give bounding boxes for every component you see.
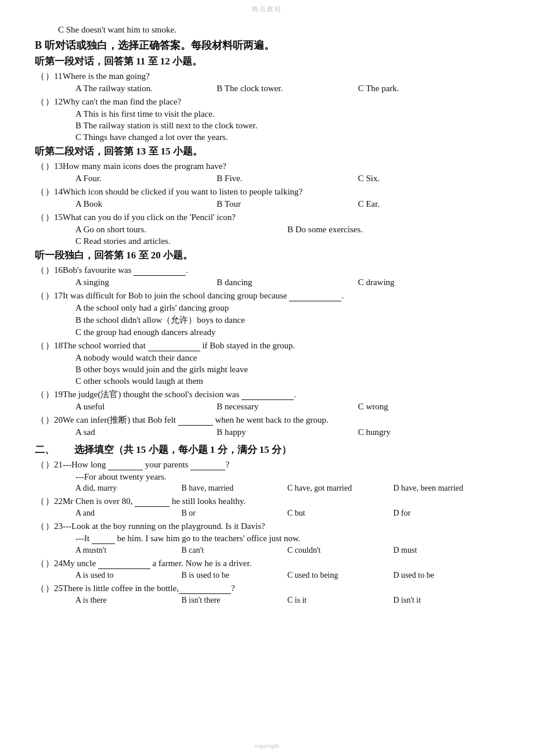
- q15-opt-b: B Do some exercises.: [287, 225, 499, 235]
- q17-opt-c: C the group had enough dancers already: [35, 327, 499, 337]
- q15-opt-ab: A Go on short tours. B Do some exercises…: [35, 225, 499, 235]
- q24-num: ）24: [45, 558, 63, 569]
- q11-paren: （: [35, 71, 45, 82]
- monologue-header: 听一段独白，回答第 16 至 20 小题。: [35, 249, 499, 262]
- q25-num: ）25: [45, 583, 63, 594]
- q23-opt-b: B can't: [182, 546, 288, 555]
- q25-opt-d: D isn't it: [394, 596, 500, 605]
- question-17: （ ）17 It was difficult for Bob to join t…: [35, 290, 499, 301]
- q18-opt-b: B other boys would join and the girls mi…: [35, 365, 499, 375]
- q16-paren: （: [35, 265, 45, 276]
- q23-opt-d: D must: [394, 546, 500, 555]
- question-19: （ ）19 The judge(法官) thought the school's…: [35, 389, 499, 400]
- q24-opt-a: A is used to: [75, 571, 182, 580]
- q22-opt-c: C but: [287, 509, 394, 518]
- q19-blank: [241, 390, 294, 400]
- q16-num: ）16: [45, 265, 63, 276]
- q19-text: The judge(法官) thought the school's decis…: [63, 389, 499, 400]
- q13-options: A Four. B Five. C Six.: [35, 174, 499, 183]
- q20-text: We can infer(推断) that Bob felt when he w…: [63, 415, 499, 426]
- q16-text: Bob's favourite was .: [63, 265, 499, 276]
- q25-opt-a: A is there: [75, 596, 182, 605]
- q24-options: A is used to B is used to be C used to b…: [35, 571, 499, 580]
- q14-opt-b: B Tour: [217, 199, 358, 209]
- q23-opt-a: A mustn't: [75, 546, 182, 555]
- q18-opt-c: C other schools would laugh at them: [35, 376, 499, 386]
- q22-paren: （: [35, 496, 45, 507]
- q23-text: ---Look at the boy running on the playgr…: [63, 521, 499, 531]
- q21-num: ）21: [45, 459, 63, 470]
- q19-num: ）19: [45, 389, 63, 400]
- q23-opt-c: C couldn't: [287, 546, 394, 555]
- q13-paren: （: [35, 161, 45, 172]
- q16-opt-c: C drawing: [358, 278, 499, 287]
- q18-paren: （: [35, 340, 45, 351]
- intro-c: C She doesn't want him to smoke.: [35, 25, 499, 35]
- q12-opt-c: C Things have changed a lot over the yea…: [35, 132, 499, 142]
- q24-opt-c: C used to being: [287, 571, 394, 580]
- q16-blank: [134, 265, 186, 276]
- q23-num: ）23: [45, 521, 63, 532]
- q11-options: A The railway station. B The clock tower…: [35, 84, 499, 93]
- q25-opt-b: B isn't there: [182, 596, 288, 605]
- q16-opt-b: B dancing: [217, 278, 358, 287]
- q21-paren: （: [35, 459, 45, 470]
- q22-opt-d: D for: [394, 509, 500, 518]
- q12-text: Why can't the man find the place?: [63, 97, 499, 107]
- q19-options: A useful B necessary C wrong: [35, 402, 499, 412]
- question-22: （ ）22 Mr Chen is over 80, he still looks…: [35, 496, 499, 507]
- q20-opt-b: B happy: [217, 427, 358, 437]
- q15-text: What can you do if you click on the 'Pen…: [63, 213, 499, 222]
- q20-opt-a: A sad: [75, 427, 217, 437]
- q20-blank: [178, 415, 213, 426]
- q25-paren: （: [35, 583, 45, 594]
- q14-num: ）14: [45, 186, 63, 197]
- q11-opt-c: C The park.: [358, 84, 499, 93]
- q22-blank: [135, 496, 169, 507]
- q14-opt-a: A Book: [75, 199, 217, 209]
- q18-text: The school worried that if Bob stayed in…: [63, 341, 499, 351]
- q16-opt-a: A singing: [75, 278, 217, 287]
- q21-options: A did, marry B have, married C have, got…: [35, 484, 499, 493]
- question-21: （ ）21 ---How long your parents ?: [35, 459, 499, 470]
- q15-opt-a: A Go on short tours.: [75, 225, 287, 235]
- q15-opt-c: C Read stories and articles.: [35, 236, 499, 246]
- q18-num: ）18: [45, 340, 63, 351]
- question-12: （ ）12 Why can't the man find the place?: [35, 96, 499, 107]
- q21-subtext: ---For about twenty years.: [35, 472, 499, 482]
- q23-blank: [92, 534, 115, 544]
- question-25: （ ）25 There is little coffee in the bott…: [35, 583, 499, 594]
- q22-opt-b: B or: [182, 509, 288, 518]
- q21-blank1: [108, 460, 143, 470]
- q13-opt-b: B Five.: [217, 174, 358, 183]
- q15-num: ）15: [45, 212, 63, 223]
- q12-opt-a: A This is his first time to visit the pl…: [35, 109, 499, 119]
- q18-blank: [148, 341, 200, 351]
- question-20: （ ）20 We can infer(推断) that Bob felt whe…: [35, 415, 499, 426]
- q14-paren: （: [35, 186, 45, 197]
- q11-opt-b: B The clock tower.: [217, 84, 358, 93]
- q17-text: It was difficult for Bob to join the sch…: [63, 291, 499, 301]
- dialog1-header: 听第一段对话，回答第 11 至 12 小题。: [35, 55, 499, 68]
- q16-options: A singing B dancing C drawing: [35, 278, 499, 287]
- q13-text: How many main icons does the program hav…: [63, 161, 499, 171]
- q23-paren: （: [35, 521, 45, 532]
- question-14: （ ）14 Which icon should be clicked if yo…: [35, 186, 499, 197]
- q14-options: A Book B Tour C Ear.: [35, 199, 499, 209]
- q22-options: A and B or C but D for: [35, 509, 499, 518]
- q24-text: My uncle a farmer. Now he is a driver.: [63, 559, 499, 569]
- q25-blank: [179, 584, 231, 594]
- section2-header: 二、 选择填空（共 15 小题，每小题 1 分，满分 15 分）: [35, 443, 499, 456]
- q17-num: ）17: [45, 290, 63, 301]
- q14-opt-c: C Ear.: [358, 199, 499, 209]
- q20-opt-c: C hungry: [358, 427, 499, 437]
- question-18: （ ）18 The school worried that if Bob sta…: [35, 340, 499, 351]
- q13-opt-c: C Six.: [358, 174, 499, 183]
- q20-paren: （: [35, 415, 45, 426]
- q21-opt-b: B have, married: [182, 484, 288, 493]
- q13-num: ）13: [45, 161, 63, 172]
- q12-opt-b: B The railway station is still next to t…: [35, 121, 499, 131]
- q11-opt-a: A The railway station.: [75, 84, 217, 93]
- q20-num: ）20: [45, 415, 63, 426]
- q21-opt-c: C have, got married: [287, 484, 394, 493]
